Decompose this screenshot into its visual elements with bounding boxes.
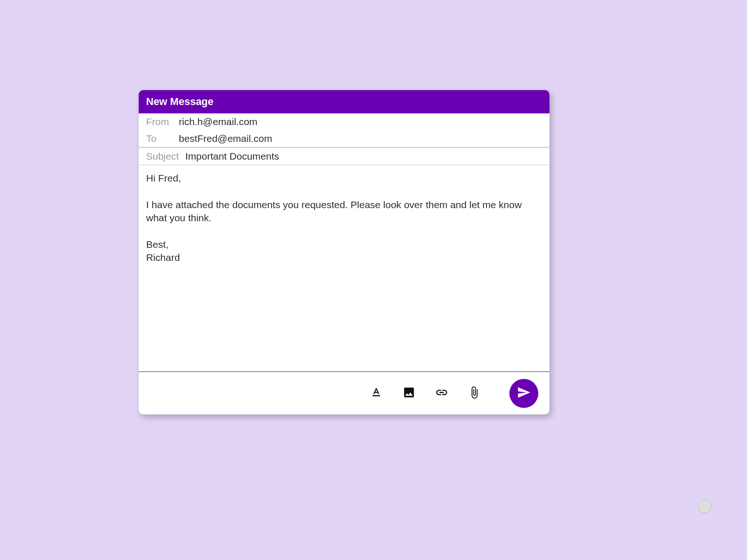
format-text-button[interactable] bbox=[369, 386, 383, 400]
to-label: To bbox=[146, 133, 179, 144]
bottom-toolbar bbox=[139, 371, 550, 414]
from-input[interactable] bbox=[179, 116, 542, 127]
to-input[interactable] bbox=[179, 133, 542, 144]
insert-image-button[interactable] bbox=[402, 386, 416, 400]
attach-file-button[interactable] bbox=[467, 386, 481, 400]
to-row: To bbox=[139, 130, 550, 147]
image-icon bbox=[402, 386, 416, 401]
subject-label: Subject bbox=[146, 151, 185, 162]
header-fields: From To bbox=[139, 113, 550, 147]
subject-row: Subject bbox=[139, 148, 550, 165]
tool-icons bbox=[369, 386, 481, 400]
paperclip-icon bbox=[468, 386, 481, 401]
window-title: New Message bbox=[146, 96, 213, 107]
title-bar: New Message bbox=[139, 90, 550, 113]
subject-block: Subject bbox=[139, 147, 550, 165]
send-icon bbox=[517, 385, 531, 401]
format-text-icon bbox=[370, 386, 383, 401]
insert-link-button[interactable] bbox=[435, 386, 449, 400]
link-icon bbox=[435, 386, 448, 401]
from-label: From bbox=[146, 116, 179, 127]
body-textarea[interactable] bbox=[146, 172, 542, 365]
send-button[interactable] bbox=[509, 379, 538, 408]
floating-action-dot[interactable] bbox=[698, 499, 712, 513]
compose-window: New Message From To Subject bbox=[139, 90, 550, 414]
from-row: From bbox=[139, 113, 550, 130]
body-area bbox=[139, 165, 550, 371]
subject-input[interactable] bbox=[185, 151, 542, 162]
